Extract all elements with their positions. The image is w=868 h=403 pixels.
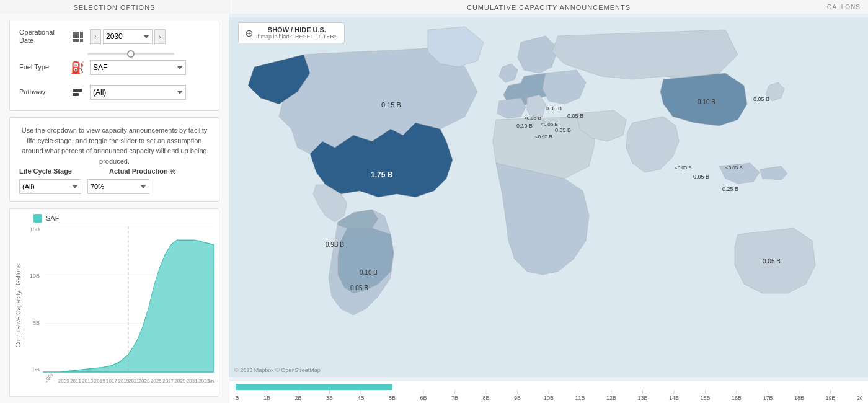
scale-bar-svg: 0B 1B 2B 3B 4B 5B 6B 7B 8B 9B 10B 11B 12… xyxy=(236,381,862,404)
lifecycle-select[interactable]: (All) Announced Under Construction Opera… xyxy=(19,179,81,194)
svg-text:2025: 2025 xyxy=(151,378,162,384)
svg-text:<0.05 B: <0.05 B xyxy=(675,165,692,170)
chart-inner: 15B 10B 5B 0B xyxy=(24,226,214,386)
fuel-icon: ⛽ xyxy=(69,59,86,76)
svg-text:0.05 B: 0.05 B xyxy=(753,96,769,102)
svg-text:0.10 B: 0.10 B xyxy=(698,99,715,105)
svg-text:6B: 6B xyxy=(420,395,427,401)
svg-text:0.05 B: 0.05 B xyxy=(350,285,368,291)
svg-text:18B: 18B xyxy=(794,395,804,401)
lifecycle-stage-label: Life Cycle Stage xyxy=(19,166,72,177)
prev-year-button[interactable]: ‹ xyxy=(90,29,101,44)
svg-text:2017: 2017 xyxy=(106,378,117,384)
svg-text:2009: 2009 xyxy=(58,378,69,384)
svg-text:15B: 15B xyxy=(700,395,710,401)
world-map: 0.15 B 1.75 B 0.9B B 0.10 B 0.05 B 0.10 … xyxy=(229,14,868,381)
svg-text:1.75 B: 1.75 B xyxy=(371,170,393,179)
y-tick-5b: 5B xyxy=(33,320,42,326)
chart-section: SAF Cumulative Capacity - Gallons 15B 10… xyxy=(9,208,219,397)
svg-text:<0.05 B: <0.05 B xyxy=(541,122,558,127)
controls-section: Operational Date ‹ 2025 2026 2027 2028 xyxy=(9,20,219,111)
next-year-button[interactable]: › xyxy=(154,29,166,44)
svg-text:19B: 19B xyxy=(825,395,835,401)
lifecycle-select-row: (All) Announced Under Construction Opera… xyxy=(19,179,210,194)
map-area: ⊕ SHOW / HIDE U.S. If map is blank, RESE… xyxy=(229,14,868,381)
svg-text:5B: 5B xyxy=(389,395,396,401)
right-header: CUMULATIVE CAPACITY ANNOUNCEMENTS Gallon… xyxy=(229,0,868,14)
slider-thumb[interactable] xyxy=(127,50,135,58)
info-text: Use the dropdown to view capacity announ… xyxy=(19,125,210,166)
svg-text:0.05 B: 0.05 B xyxy=(555,127,571,133)
show-hide-button[interactable]: ⊕ SHOW / HIDE U.S. If map is blank, RESE… xyxy=(238,22,345,43)
pathway-select[interactable]: (All) HEFA FT ATJ SIP xyxy=(90,85,186,100)
svg-text:3B: 3B xyxy=(326,395,333,401)
svg-text:9B: 9B xyxy=(514,395,521,401)
production-select[interactable]: 50% 60% 70% 80% 90% 100% xyxy=(87,179,149,194)
svg-text:<0.05 B: <0.05 B xyxy=(535,134,552,140)
header-row: SELECTION OPTIONS CUMULATIVE CAPACITY AN… xyxy=(0,0,868,14)
left-panel: Operational Date ‹ 2025 2026 2027 2028 xyxy=(0,14,229,403)
info-section: Use the dropdown to view capacity announ… xyxy=(9,117,219,202)
right-header-label: CUMULATIVE CAPACITY ANNOUNCEMENTS xyxy=(467,4,631,11)
y-tick-0b: 0B xyxy=(33,366,42,373)
svg-text:14B: 14B xyxy=(669,395,679,401)
svg-text:2B: 2B xyxy=(294,395,301,401)
legend-label-saf: SAF xyxy=(46,215,59,222)
lifecycle-controls: Life Cycle Stage Actual Production % (Al… xyxy=(19,166,210,194)
slider-track[interactable] xyxy=(87,53,174,55)
chart-plot xyxy=(43,226,214,373)
svg-text:© 2023 Mapbox  © OpenStreetMap: © 2023 Mapbox © OpenStreetMap xyxy=(234,367,321,373)
y-axis-label: Cumulative Capacity - Gallons xyxy=(15,226,22,386)
svg-text:12B: 12B xyxy=(606,395,616,401)
svg-text:8B: 8B xyxy=(482,395,489,401)
svg-text:<0.05 B: <0.05 B xyxy=(524,115,541,121)
svg-text:7B: 7B xyxy=(451,395,458,401)
pathway-icon xyxy=(69,84,86,101)
svg-text:20B: 20B xyxy=(857,395,862,401)
svg-text:0.05 B: 0.05 B xyxy=(546,105,562,112)
svg-text:16B: 16B xyxy=(732,395,742,401)
svg-text:11B: 11B xyxy=(575,395,585,401)
plus-icon: ⊕ xyxy=(245,27,253,39)
x-axis-svg: 2007 2009 2011 2013 2015 2017 2019 2021 … xyxy=(43,374,214,385)
right-panel: ⊕ SHOW / HIDE U.S. If map is blank, RESE… xyxy=(229,14,868,403)
pathway-row: Pathway (All) HEFA FT ATJ SIP xyxy=(19,84,210,101)
svg-text:0.10 B: 0.10 B xyxy=(360,269,378,276)
svg-text:10B: 10B xyxy=(544,395,554,401)
svg-text:2007: 2007 xyxy=(43,374,55,384)
svg-text:known: known xyxy=(209,378,214,384)
svg-text:1B: 1B xyxy=(264,395,270,401)
show-hide-main-label: SHOW / HIDE U.S. xyxy=(256,26,338,33)
year-select[interactable]: 2025 2026 2027 2028 2029 2030 2031 2032 … xyxy=(103,29,153,44)
svg-text:2011: 2011 xyxy=(70,378,81,384)
bottom-scale: 0B 1B 2B 3B 4B 5B 6B 7B 8B 9B 10B 11B 12… xyxy=(236,381,862,404)
svg-text:2023: 2023 xyxy=(139,378,150,384)
bottom-bar: 0B 1B 2B 3B 4B 5B 6B 7B 8B 9B 10B 11B 12… xyxy=(229,381,868,403)
svg-text:0.05 B: 0.05 B xyxy=(693,174,709,180)
svg-text:0.15 B: 0.15 B xyxy=(381,101,401,108)
svg-rect-41 xyxy=(236,384,392,390)
chart-area: Cumulative Capacity - Gallons 15B 10B 5B… xyxy=(15,226,214,386)
chart-legend: SAF xyxy=(15,214,214,223)
svg-text:2013: 2013 xyxy=(82,378,93,384)
left-header: SELECTION OPTIONS xyxy=(0,0,229,14)
svg-text:0.10 B: 0.10 B xyxy=(516,123,533,129)
actual-production-label: Actual Production % xyxy=(109,166,176,177)
y-tick-15b: 15B xyxy=(30,226,42,232)
svg-text:2027: 2027 xyxy=(162,378,174,384)
gallons-label: Gallons xyxy=(827,4,861,11)
svg-text:0.9B B: 0.9B B xyxy=(326,241,344,248)
fuel-type-select[interactable]: SAF Ethanol Biodiesel Renewable Diesel xyxy=(90,60,186,75)
chart-svg xyxy=(43,226,214,373)
year-control: ‹ 2025 2026 2027 2028 2029 2030 2031 203… xyxy=(90,29,166,44)
operational-date-label: Operational Date xyxy=(19,29,69,45)
operational-date-row: Operational Date ‹ 2025 2026 2027 2028 xyxy=(19,28,210,45)
show-hide-text: SHOW / HIDE U.S. If map is blank, RESET … xyxy=(256,26,338,40)
fuel-type-row: Fuel Type ⛽ SAF Ethanol Biodiesel Renewa… xyxy=(19,59,210,76)
svg-text:0B: 0B xyxy=(236,395,239,401)
pathway-label: Pathway xyxy=(19,88,69,96)
svg-text:13B: 13B xyxy=(637,395,647,401)
svg-text:<0.05 B: <0.05 B xyxy=(725,165,743,170)
fuel-type-label: Fuel Type xyxy=(19,63,69,71)
svg-text:2015: 2015 xyxy=(94,378,105,384)
